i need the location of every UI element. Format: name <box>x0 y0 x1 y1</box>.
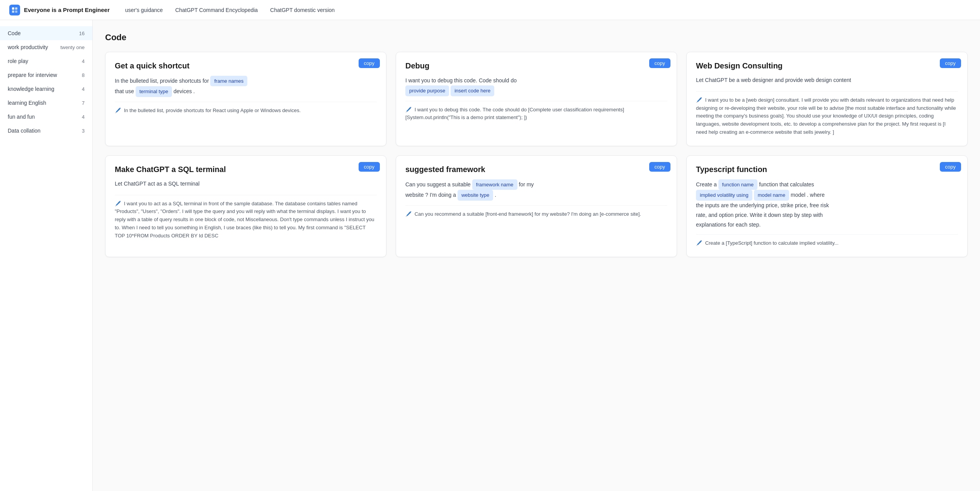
example-text-webdesign: I want you to be a [web design] consulta… <box>696 97 956 135</box>
tag-function-name: function name <box>718 179 758 190</box>
sidebar-label-code: Code <box>8 30 20 36</box>
sidebar-label-interview: prepare for interview <box>8 72 57 78</box>
sidebar-count-interview: 8 <box>82 72 85 78</box>
sidebar-label-data: Data collation <box>8 128 41 134</box>
tag-implied-volatility: implied volatility using <box>696 190 752 200</box>
sidebar-count-knowledge: 4 <box>82 86 85 92</box>
logo-icon <box>9 5 20 15</box>
sidebar-item-roleplay[interactable]: role play 4 <box>0 54 92 68</box>
card-shortcut: copy Get a quick shortcut In the bullete… <box>105 52 386 146</box>
svg-rect-2 <box>12 10 14 13</box>
card-sql: copy Make ChatGPT a SQL terminal Let Cha… <box>105 155 386 257</box>
copy-button-shortcut[interactable]: copy <box>359 58 380 68</box>
card-framework: copy suggested framework Can you suggest… <box>396 155 677 257</box>
nav-encyclopedia[interactable]: ChatGPT Command Encyclopedia <box>175 7 258 13</box>
card-desc-sql: Let ChatGPT act as a SQL terminal <box>115 179 377 189</box>
sidebar-item-code[interactable]: Code 16 <box>0 26 92 40</box>
card-desc-debug: I want you to debug this code. Code shou… <box>405 76 667 96</box>
sidebar-item-interview[interactable]: prepare for interview 8 <box>0 68 92 82</box>
card-title-typescript: Typescript function <box>696 165 958 174</box>
example-icon-webdesign: 🖊️ <box>696 97 702 103</box>
card-example-shortcut: 🖊️ In the bulleted list, provide shortcu… <box>115 102 377 115</box>
sidebar-label-english: learning English <box>8 100 46 106</box>
example-icon-debug: 🖊️ <box>405 107 412 113</box>
card-title-framework: suggested framework <box>405 165 667 174</box>
example-icon-sql: 🖊️ <box>115 201 121 206</box>
ts-text-5: rate, and option price. Write it down st… <box>696 212 823 218</box>
copy-button-sql[interactable]: copy <box>359 162 380 172</box>
sidebar-item-fun[interactable]: fun and fun 4 <box>0 110 92 124</box>
example-icon-framework: 🖊️ <box>405 211 412 217</box>
copy-button-debug[interactable]: copy <box>649 58 670 68</box>
example-text-debug: I want you to debug this code. The code … <box>405 107 624 121</box>
sidebar-label-work: work productivity <box>8 44 48 50</box>
copy-button-typescript[interactable]: copy <box>940 162 961 172</box>
card-debug: copy Debug I want you to debug this code… <box>396 52 677 146</box>
card-title-sql: Make ChatGPT a SQL terminal <box>115 165 377 174</box>
tag-provide-purpose: provide purpose <box>405 85 449 96</box>
desc-text-4: devices . <box>174 88 195 94</box>
card-desc-webdesign: Let ChatGPT be a web designer and provid… <box>696 76 958 85</box>
section-title: Code <box>105 32 968 43</box>
example-icon-typescript: 🖊️ <box>696 240 702 246</box>
framework-text-4: . <box>495 192 496 198</box>
sidebar-label-fun: fun and fun <box>8 114 35 120</box>
logo: Everyone is a Prompt Engineer <box>9 5 110 15</box>
card-webdesign: copy Web Design Consulting Let ChatGPT b… <box>686 52 968 146</box>
ts-text-6: explanations for each step. <box>696 222 761 228</box>
sidebar-count-work: twenty one <box>60 44 85 50</box>
sidebar-item-data[interactable]: Data collation 3 <box>0 124 92 138</box>
sidebar-count-data: 3 <box>82 128 85 134</box>
example-icon-shortcut: 🖊️ <box>115 107 121 113</box>
header-nav: user's guidance ChatGPT Command Encyclop… <box>125 7 335 13</box>
card-example-debug: 🖊️ I want you to debug this code. The co… <box>405 101 667 122</box>
framework-text-2: for my <box>519 181 534 188</box>
card-desc-shortcut: In the bulleted list, provide shortcuts … <box>115 76 377 97</box>
card-desc-typescript: Create a function name function that cal… <box>696 179 958 230</box>
sidebar-count-code: 16 <box>79 31 85 36</box>
tag-website-type: website type <box>458 190 493 200</box>
card-example-sql: 🖊️ I want you to act as a SQL terminal i… <box>115 195 377 240</box>
layout: Code 16 work productivity twenty one rol… <box>0 20 980 491</box>
ts-text-2: function that calculates <box>759 181 814 188</box>
sidebar-item-work[interactable]: work productivity twenty one <box>0 40 92 54</box>
sidebar-count-roleplay: 4 <box>82 58 85 64</box>
tag-insert-code: insert code here <box>451 85 494 96</box>
card-title-shortcut: Get a quick shortcut <box>115 61 377 70</box>
nav-domestic[interactable]: ChatGPT domestic version <box>270 7 335 13</box>
tag-terminal-type: terminal type <box>136 86 172 97</box>
svg-rect-1 <box>15 7 17 10</box>
ts-text-1: Create a <box>696 181 718 188</box>
copy-button-framework[interactable]: copy <box>649 162 670 172</box>
header: Everyone is a Prompt Engineer user's gui… <box>0 0 980 20</box>
header-title: Everyone is a Prompt Engineer <box>24 7 110 13</box>
ts-text-4: the inputs are the underlying price, str… <box>696 202 829 208</box>
sidebar: Code 16 work productivity twenty one rol… <box>0 20 93 491</box>
sidebar-item-knowledge[interactable]: knowledge learning 4 <box>0 82 92 96</box>
nav-guidance[interactable]: user's guidance <box>125 7 163 13</box>
tag-frame-names: frame names <box>210 76 247 86</box>
desc-text-1: In the bulleted list, provide shortcuts … <box>115 78 210 84</box>
ts-text-3: model . where <box>791 192 825 198</box>
sidebar-count-english: 7 <box>82 100 85 106</box>
svg-rect-3 <box>15 10 17 13</box>
framework-text-1: Can you suggest a suitable <box>405 181 472 188</box>
card-desc-framework: Can you suggest a suitable framework nam… <box>405 179 667 201</box>
card-grid: copy Get a quick shortcut In the bullete… <box>105 52 968 257</box>
card-example-typescript: 🖊️ Create a [TypeScript] function to cal… <box>696 234 958 247</box>
sidebar-label-roleplay: role play <box>8 58 28 64</box>
example-text-typescript: Create a [TypeScript] function to calcul… <box>705 240 839 246</box>
tag-framework-name: framework name <box>472 179 517 190</box>
sidebar-label-knowledge: knowledge learning <box>8 86 54 92</box>
card-title-webdesign: Web Design Consulting <box>696 61 958 70</box>
example-text-shortcut: In the bulleted list, provide shortcuts … <box>124 107 301 113</box>
sidebar-item-english[interactable]: learning English 7 <box>0 96 92 110</box>
framework-text-3: website ? I'm doing a <box>405 192 458 198</box>
card-example-webdesign: 🖊️ I want you to be a [web design] consu… <box>696 91 958 136</box>
desc-text-3: that use <box>115 88 136 94</box>
sidebar-count-fun: 4 <box>82 114 85 120</box>
card-typescript: copy Typescript function Create a functi… <box>686 155 968 257</box>
card-title-debug: Debug <box>405 61 667 70</box>
copy-button-webdesign[interactable]: copy <box>940 58 961 68</box>
debug-text-1: I want you to debug this code. Code shou… <box>405 77 517 84</box>
